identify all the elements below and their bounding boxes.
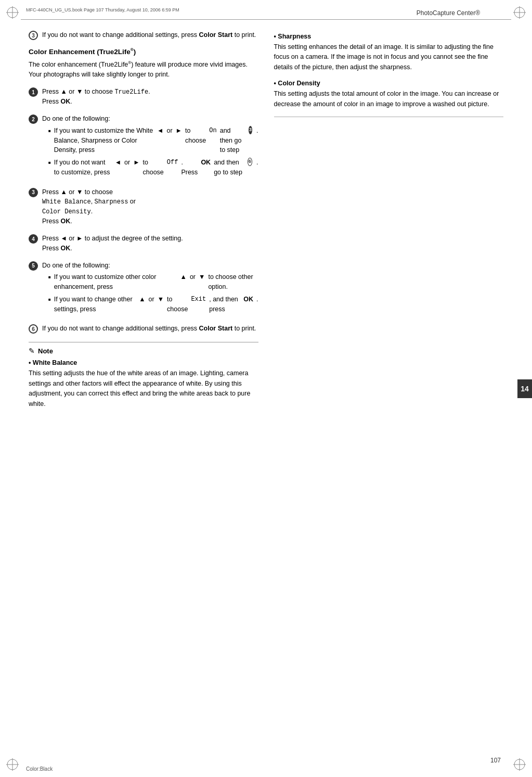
bottom-color-label: Color:Black [26,766,53,772]
note-title: Note [38,347,53,355]
ref-3-filled: 3 [249,126,252,134]
step-1-circle: 1 [29,87,38,97]
note-white-balance-title: White Balance [29,359,258,366]
step-2-bullet-2: If you do not want to customize, press ◄… [48,158,258,177]
sharpness-text: This setting enhances the detail of an i… [274,42,504,72]
corner-mark-br [512,757,527,772]
page-number: 107 [490,757,501,764]
step-1-text: Press ▲ or ▼ to choose True2Life.Press O… [42,87,258,107]
step-2-bullet-1: If you want to customize the White Balan… [48,126,258,155]
page-container: MFC-440CN_UG_US.book Page 107 Thursday, … [0,0,532,777]
step-5-bullet-2: If you want to change other settings, pr… [48,295,258,314]
right-column: Sharpness This setting enhances the deta… [274,30,504,414]
sharpness-title: Sharpness [274,33,504,40]
corner-mark-bl [5,757,20,772]
step-5-bullet-1: If you want to customize other color enh… [48,272,258,292]
step-6-text: If you do not want to change additional … [42,324,258,334]
ref-6-outline: 6 [248,158,252,166]
content-wrapper: 3 If you do not want to change additiona… [29,20,503,414]
corner-mark-tl [5,5,20,20]
color-density-text: This setting adjusts the total amount of… [274,89,504,109]
step-4-circle: 4 [29,234,38,244]
step-3b: 3 Press ▲ or ▼ to choose White Balance, … [29,187,258,227]
step-3b-text: Press ▲ or ▼ to choose White Balance, Sh… [42,187,258,227]
step-3-circle: 3 [29,31,38,40]
step-4-text: Press ◄ or ► to adjust the degree of the… [42,234,258,253]
step-3-text: If you do not want to change additional … [42,30,258,40]
color-density-entry: Color Density This setting adjusts the t… [274,80,504,109]
step-1: 1 Press ▲ or ▼ to choose True2Life.Press… [29,87,258,107]
chapter-tab: 14 [517,379,532,398]
step-6: 6 If you do not want to change additiona… [29,324,258,334]
color-density-title: Color Density [274,80,504,87]
step-5-circle: 5 [29,261,38,271]
header-title: PhotoCapture Center® [417,9,480,17]
step-5-text: Do one of the following: If you want to … [42,261,258,317]
step-2-bullets: If you want to customize the White Balan… [48,126,258,177]
file-label: MFC-440CN_UG_US.book Page 107 Thursday, … [26,7,179,12]
sharpness-entry: Sharpness This setting enhances the deta… [274,33,504,72]
step-2-circle: 2 [29,114,38,124]
step-4: 4 Press ◄ or ► to adjust the degree of t… [29,234,258,253]
note-box: ✎ Note White Balance This setting adjust… [29,342,258,409]
step-2-text: Do one of the following: If you want to … [42,114,258,180]
right-divider [274,117,504,117]
step-6-circle: 6 [29,324,38,334]
step-5: 5 Do one of the following: If you want t… [29,261,258,317]
corner-mark-tr [512,5,527,20]
section-intro: The color enhancement (True2Life®) featu… [29,60,258,80]
step-3b-circle: 3 [29,188,38,197]
note-icon: ✎ [29,347,35,355]
step-3-intro: 3 If you do not want to change additiona… [29,30,258,40]
note-header: ✎ Note [29,347,258,355]
step-5-bullets: If you want to customize other color enh… [48,272,258,314]
note-white-balance-text: This setting adjusts the hue of the whit… [29,368,258,409]
section-heading: Color Enhancement (True2Life®) [29,47,258,56]
left-column: 3 If you do not want to change additiona… [29,30,258,414]
step-2: 2 Do one of the following: If you want t… [29,114,258,180]
